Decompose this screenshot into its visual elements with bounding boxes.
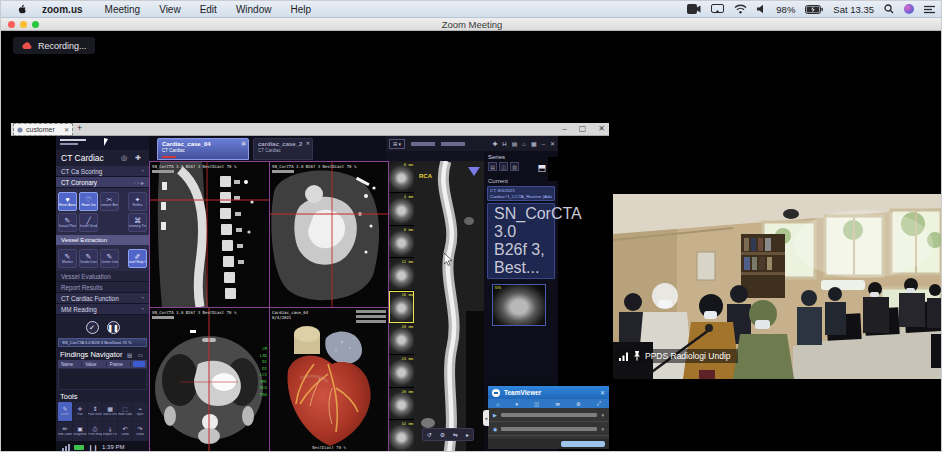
header-menu-item[interactable] — [441, 142, 465, 146]
home-icon[interactable]: ⌂ — [522, 141, 526, 147]
viewport-axial[interactable]: SN_CorCTA 3.0 B26f 3 BestDiast 70 % LMLA… — [150, 308, 269, 452]
tv-view-icon[interactable]: ◫ — [534, 401, 539, 407]
tool-print-image[interactable]: ⎙Print Image — [88, 422, 102, 441]
tab-close-icon[interactable]: ✕ — [306, 140, 310, 146]
sidebar-item-ca-scoring[interactable]: CT Ca Scoring ◔ — [56, 166, 149, 177]
tool-button-heart-iso[interactable]: ♡Heart Iso — [79, 192, 98, 211]
cross-section-cell[interactable]: 4 mm — [389, 193, 414, 225]
cross-section-cell[interactable]: 32 mm — [389, 420, 414, 452]
series-info-bar[interactable]: SN_CorCTA 3.0 B26f 3 BestDiast 70 % — [58, 338, 147, 347]
series-thumbnail[interactable]: 70% — [492, 284, 546, 326]
rotate-icon[interactable]: ↺ — [427, 431, 432, 438]
win-minimize-button[interactable]: – — [562, 123, 566, 135]
tool-pan[interactable]: ✛Pan — [73, 402, 87, 421]
tool-button-vessel-guide[interactable]: ╱Vessel Guide — [79, 213, 98, 232]
findings-filter-chip[interactable] — [133, 361, 145, 367]
cross-section-cell[interactable]: 12 mm — [389, 258, 414, 290]
case-tab-active[interactable]: Cardiac_case_04 CT Cardiac ▣ — [157, 138, 249, 160]
flip-icon[interactable]: ⇆ — [453, 431, 458, 438]
cpr-toolbar[interactable]: ↺ ⚙ ⇆ ▸ — [422, 428, 474, 441]
tool-button-reflex[interactable]: ✦Reflex — [128, 192, 147, 211]
viewport-oblique[interactable]: SN_CorCTA 3.0 B26f 3 BestDiast 70 % — [270, 162, 388, 307]
sidebar-item-vessel-extraction[interactable]: Vessel Extraction — [56, 235, 149, 245]
load-study-icon[interactable]: ⬒ — [537, 163, 546, 173]
workflow-header-icons[interactable]: ◎ ✚ — [121, 154, 144, 162]
win-maximize-button[interactable]: ▢ — [579, 123, 587, 135]
filter-sort-icon[interactable]: ▥ — [510, 162, 519, 171]
tv-settings-icon[interactable]: ⚙ — [576, 401, 580, 407]
teamviewer-panel[interactable]: TeamViewer ✕ ⌂ ▾ ◫ ✉ ⚙ ⤢ ▶▾ ◉▾ — [488, 386, 609, 449]
cross-section-cell[interactable]: 28 mm — [389, 388, 414, 420]
cross-section-cell[interactable]: 8 mm — [389, 226, 414, 258]
tool-hide-labels[interactable]: ⬚Hide Labels — [118, 402, 132, 421]
tool-button-remove-bone[interactable]: ✂Remove Bone — [100, 192, 119, 211]
hounsfield-icon[interactable]: H — [502, 141, 506, 147]
volume-icon[interactable] — [757, 4, 766, 14]
tool-button-center-line[interactable]: ✎Center Line — [100, 249, 119, 268]
save-icon[interactable]: ▤ — [512, 140, 518, 147]
sidebar-item-report-results[interactable]: Report Results — [56, 282, 149, 293]
sidebar-item-vessel-evaluation[interactable]: Vessel Evaluation — [56, 271, 149, 282]
notification-center-icon[interactable] — [924, 5, 935, 14]
tool-button-manual-plane[interactable]: ✎Manual Plane — [58, 213, 77, 232]
spotlight-search-icon[interactable] — [884, 4, 894, 14]
teamviewer-close-icon[interactable]: ✕ — [600, 389, 605, 396]
case-tab-inactive[interactable]: cardiac_case_2 CT Cardiac ✕ — [253, 138, 313, 160]
participant-video-tile[interactable]: PPDS Radiologi Undip — [613, 194, 941, 379]
series-entry[interactable]: SN_CorCTA 3.0 B26f 3, Best... — [487, 203, 555, 279]
tool-sync[interactable]: ⌁Sync — [133, 402, 147, 421]
header-menu-item[interactable] — [411, 142, 435, 146]
settings-icon[interactable]: ⚙ — [440, 431, 445, 438]
zoom-camera-icon[interactable] — [687, 4, 701, 14]
play-icon[interactable]: ▸ — [466, 431, 469, 438]
study-entry[interactable]: CT, 8/4/2021 Cardiac^1_CCTA_Routine (Adu… — [487, 186, 555, 201]
tab-close-icon[interactable]: ✕ — [64, 126, 69, 133]
teamviewer-footer-button[interactable] — [561, 441, 605, 447]
tv-chat-icon[interactable]: ✉ — [555, 401, 559, 407]
sidebar-item-coronary[interactable]: CT Coronary ◦ ▫ ▸ — [56, 177, 149, 188]
film-icon[interactable]: ▦ — [531, 140, 537, 147]
findings-header-icons[interactable]: ▤ ▭ — [127, 352, 145, 358]
teamviewer-collapse-tab[interactable]: ◂ — [483, 410, 489, 426]
tv-actions-icon[interactable]: ▾ — [516, 401, 519, 407]
cross-section-cell[interactable]: 24 mm — [389, 355, 414, 387]
cross-section-cell[interactable]: 16 mm — [389, 291, 414, 323]
confirm-step-button[interactable]: ✓ — [86, 321, 99, 334]
tool-stack-graphics[interactable]: ▦Stack Graphics — [103, 402, 117, 421]
display-mirroring-icon[interactable] — [711, 4, 724, 14]
section-option-icons[interactable]: ◦ ▫ ▸ — [133, 179, 144, 186]
siri-icon[interactable] — [904, 4, 914, 14]
filter-list-icon[interactable]: ▤ — [488, 162, 497, 171]
menu-item-view[interactable]: View — [159, 4, 181, 15]
pin-tool-icon[interactable]: ✚ — [492, 140, 497, 147]
curved-mpr-panel[interactable]: RCA ↺ ⚙ ⇆ ▸ — [414, 161, 484, 452]
tool-export-page[interactable]: ⤓Export Page — [103, 422, 117, 441]
tool-button-coronary-tree[interactable]: ⌘Coronary Tree — [128, 213, 147, 232]
menu-item-edit[interactable]: Edit — [200, 4, 217, 15]
tab-menu-icon[interactable]: ▣ — [241, 140, 246, 146]
tool-button-heart-axes[interactable]: ♥Heart Axes — [58, 192, 77, 211]
menu-item-help[interactable]: Help — [290, 4, 311, 15]
teamviewer-session-row[interactable]: ◉▾ — [488, 422, 609, 436]
findings-col-value[interactable]: Value — [82, 362, 106, 367]
wifi-icon[interactable] — [734, 4, 747, 14]
findings-table-body[interactable] — [58, 368, 147, 390]
win-close-button[interactable]: ✕ — [598, 123, 605, 135]
menu-item-zoom-us[interactable]: zoom.us — [42, 4, 83, 15]
tool-fast-scroll[interactable]: ⇕Fast Scroll — [88, 402, 102, 421]
cross-section-cell[interactable]: 0 mm — [389, 161, 414, 193]
app-close-icon[interactable]: ✕ — [550, 140, 555, 147]
viewport-3d-heart[interactable]: Cardiac_case_04 8/4/2021 BestDiast 70 % — [270, 308, 388, 452]
tool-redo[interactable]: ↷Redo — [133, 422, 147, 441]
teamviewer-header[interactable]: TeamViewer ✕ — [488, 386, 609, 399]
app-minimize-icon[interactable]: – — [542, 141, 545, 147]
bookmark-flag-icon[interactable] — [468, 167, 480, 176]
menu-clock[interactable]: Sat 13.35 — [833, 4, 874, 15]
browser-tab-customer[interactable]: customer ✕ — [14, 124, 72, 135]
tool-edit-labels[interactable]: ✏Edit Labels — [58, 422, 72, 441]
tool-button-marker[interactable]: ✎Marker — [58, 249, 77, 268]
tool-button-guide-line[interactable]: ✎Guide Line — [79, 249, 98, 268]
findings-col-frame[interactable]: Frame — [107, 362, 131, 367]
apple-menu-icon[interactable] — [17, 4, 28, 15]
new-tab-button[interactable]: + — [77, 123, 82, 133]
